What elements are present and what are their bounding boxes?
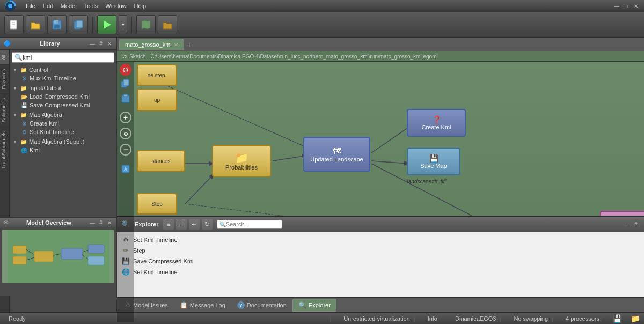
menu-tools[interactable]: Tools: [81, 2, 101, 10]
tree-header-control[interactable]: ▼ 📁 Control: [12, 65, 114, 74]
library-search-box: 🔍: [12, 52, 114, 63]
menu-bar: File Edit Model Tools Window Help: [20, 2, 151, 10]
explorer-item-step[interactable]: ✏ Step: [119, 245, 642, 256]
new-button[interactable]: [4, 15, 24, 34]
canvas-tab-main[interactable]: mato_grosso_kml ✕: [119, 39, 184, 50]
menu-file[interactable]: File: [23, 2, 39, 10]
minimize-button[interactable]: —: [613, 2, 620, 10]
svg-line-23: [371, 161, 409, 164]
tab-message-log-label: Message Log: [190, 302, 225, 308]
tab-explorer[interactable]: 🔍 Explorer: [292, 299, 336, 312]
status-folder-icon[interactable]: 📁: [631, 314, 640, 323]
canvas-tab-add[interactable]: +: [184, 39, 195, 50]
folder-button[interactable]: [158, 15, 177, 34]
title-bar: File Edit Model Tools Window Help — □ ✕: [0, 0, 644, 12]
sidebar-close[interactable]: ✕: [106, 41, 113, 47]
explorer-item-set-kml-2[interactable]: 🌐 Set Kml Timeline: [119, 267, 642, 277]
node-save-map[interactable]: 💾 Save Map: [407, 148, 460, 175]
save-map-filename-label: "landscape## .tif": [405, 179, 447, 185]
tool-navigate[interactable]: [119, 162, 133, 176]
menu-help[interactable]: Help: [130, 2, 149, 10]
tree-header-algebra-suppl[interactable]: ▼ 📁 Map Algebra (Suppl.): [12, 137, 114, 146]
sidebar-tab-favorites[interactable]: Favorites: [0, 64, 9, 93]
menu-model[interactable]: Model: [57, 2, 80, 10]
tree-header-io[interactable]: ▼ 📁 Input/Output: [12, 84, 114, 92]
run-dropdown-button[interactable]: ▾: [119, 15, 127, 34]
save-button[interactable]: [47, 15, 67, 34]
map-button[interactable]: [136, 15, 156, 34]
tree-item-set-kml[interactable]: ⚙ Set Kml Timeline: [19, 128, 114, 136]
explorer-tree-btn[interactable]: ≡: [163, 219, 174, 230]
tool-zoom-out[interactable]: −: [120, 144, 131, 156]
explorer-item-set-kml-1[interactable]: ⚙ Set Kml Timeline: [119, 234, 642, 245]
overview-controls: — # ✕: [89, 220, 113, 226]
tree-item-kml[interactable]: 🌐 Kml: [19, 146, 114, 154]
toolbar-separator-1: [92, 17, 93, 33]
tree-node-algebra: ▼ 📁 Map Algebra ⚙ Create Kml ⚙ Set Kml T…: [12, 110, 114, 137]
tool-stop[interactable]: ⊖: [120, 64, 131, 76]
node-create-kml[interactable]: ❓ Create Kml: [407, 109, 466, 137]
explorer-maximize[interactable]: #: [632, 222, 640, 227]
toolbar: ▾: [0, 12, 644, 38]
close-button[interactable]: ✕: [632, 2, 640, 10]
svg-marker-10: [104, 20, 111, 29]
tree-header-algebra[interactable]: ▼ 📁 Map Algebra: [12, 111, 114, 119]
node-up[interactable]: up: [137, 89, 177, 111]
overview-close[interactable]: ✕: [106, 220, 113, 226]
sidebar-tab-submodels[interactable]: Submodels: [0, 93, 9, 127]
item-icon-load: 📂: [20, 93, 28, 100]
expand-icon-algebra: ▼: [13, 113, 18, 117]
open-button[interactable]: [26, 15, 45, 34]
status-swapping: No swapping: [509, 315, 553, 322]
overview-expand[interactable]: #: [97, 220, 105, 226]
explorer-back-btn[interactable]: ↩: [189, 219, 200, 230]
menu-window[interactable]: Window: [102, 2, 129, 10]
tree-node-algebra-suppl: ▼ 📁 Map Algebra (Suppl.) 🌐 Kml: [12, 137, 114, 155]
tree-label-set-kml: Set Kml Timeline: [30, 129, 74, 135]
sidebar-minimize[interactable]: —: [89, 41, 96, 47]
model-overview-panel: 👁 Model Overview — # ✕: [0, 217, 117, 296]
tab-message-log[interactable]: 📋 Message Log: [174, 299, 231, 312]
node-probabilities[interactable]: 📁 Probabilities: [212, 145, 271, 177]
run-button[interactable]: [97, 15, 116, 34]
status-save-icon[interactable]: 💾: [613, 314, 622, 323]
tool-paste[interactable]: [119, 92, 133, 106]
explorer-search-input[interactable]: [226, 221, 280, 227]
explorer-refresh-btn[interactable]: ↻: [202, 219, 213, 230]
item-icon-kml: 🌐: [20, 146, 28, 154]
tree-item-mux-kml[interactable]: ⚙ Mux Kml Timeline: [19, 74, 114, 83]
canvas-tab-close[interactable]: ✕: [174, 42, 178, 48]
explorer-list-btn[interactable]: ≣: [176, 219, 187, 230]
overview-minimize[interactable]: —: [89, 220, 96, 226]
sketch-path: Sketch - C:\Users\herma\Documents\Dinami…: [129, 54, 438, 60]
svg-point-1: [8, 4, 12, 8]
explorer-item-save-compressed[interactable]: 💾 Save Compressed Kml: [119, 256, 642, 267]
tool-copy[interactable]: [119, 77, 133, 91]
tree-item-save-compressed[interactable]: 💾 Save Compressed Kml: [19, 101, 114, 109]
explorer-list[interactable]: ⚙ Set Kml Timeline ✏ Step 💾 Save Compres…: [117, 232, 644, 297]
tree-node-io: ▼ 📁 Input/Output 📂 Load Compressed Kml 💾…: [12, 83, 114, 110]
status-info: Info: [423, 315, 442, 322]
tab-documentation[interactable]: ? Documentation: [231, 299, 292, 312]
maximize-button[interactable]: □: [623, 2, 630, 10]
menu-edit[interactable]: Edit: [40, 2, 56, 10]
svg-rect-15: [123, 94, 128, 97]
tool-zoom-in[interactable]: +: [120, 112, 131, 123]
explorer-minimize[interactable]: —: [624, 222, 631, 227]
tree-item-create-kml[interactable]: ⚙ Create Kml: [19, 119, 114, 128]
copy-button[interactable]: [69, 15, 88, 34]
node-updated-landscape[interactable]: 🗺 Updated Landscape: [303, 137, 370, 172]
sidebar-expand[interactable]: #: [97, 41, 105, 47]
node-stances[interactable]: stances: [137, 150, 185, 172]
node-ne-step-label: ne step.: [148, 72, 167, 78]
node-step[interactable]: Step: [137, 193, 177, 215]
sidebar-tab-all[interactable]: All: [0, 50, 9, 64]
sidebar-tab-local[interactable]: Local Submodels: [0, 127, 9, 173]
tool-zoom-fit[interactable]: ⊕: [120, 128, 131, 139]
node-ne-step[interactable]: ne step.: [137, 64, 177, 86]
library-search-input[interactable]: [23, 54, 112, 61]
node-create-kml-label: Create Kml: [421, 124, 451, 130]
explorer-item-label-2: Step: [133, 247, 145, 254]
tree-item-load-compressed[interactable]: 📂 Load Compressed Kml: [19, 92, 114, 101]
status-app: DinamicaEGO3: [451, 315, 501, 322]
